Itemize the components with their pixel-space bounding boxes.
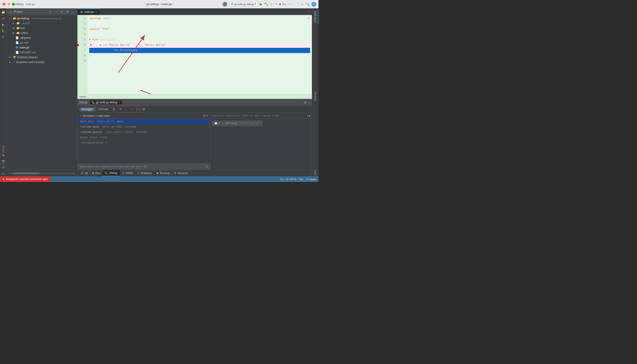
- goroutine-check-icon: ✓: [79, 114, 82, 118]
- stop-button[interactable]: ■: [279, 2, 281, 6]
- project-panel: ◎ Project ▾ ≡ ⊜ ⚙ − ▾ 📂 go-debug ~/WorkS…: [7, 8, 78, 176]
- footer-tab-todo[interactable]: ☑ TODO: [120, 170, 135, 176]
- external-label: External Libraries: [17, 56, 38, 59]
- scroll-track[interactable]: [9, 172, 76, 174]
- doc-chevron-icon: ▶: [13, 27, 16, 29]
- frames-list: main.main (main.go:7) main runtime.main …: [78, 119, 210, 164]
- panel-scroll-to-icon[interactable]: ⊜: [60, 10, 64, 14]
- root-path: ~/WorkSpaces/golang/go-de...: [31, 17, 64, 20]
- run-button[interactable]: ▶: [260, 2, 262, 6]
- footer-tab-problems[interactable]: ⚠ Problems: [135, 170, 154, 176]
- debug-tab-icon: 🐛: [105, 172, 108, 174]
- search-button[interactable]: 🔍: [305, 2, 310, 6]
- debug-body: ✓ Goroutine 1 main.main ☰ ▾ main.main (m…: [78, 113, 312, 170]
- debugger-tab[interactable]: Debugger: [79, 107, 95, 112]
- output-chevron-icon: ▶: [13, 32, 16, 34]
- sidebar-item-commit[interactable]: ⎇: [1, 16, 6, 21]
- tree-item-external[interactable]: ▶ 📦 External Libraries: [7, 55, 77, 60]
- goroutine-menu-icon[interactable]: ☰: [203, 114, 206, 118]
- sidebar-item-run[interactable]: ▶: [1, 22, 6, 27]
- editor-tabs: 🔷 main.go ✕ ⋮: [78, 8, 312, 15]
- status-indent[interactable]: Tab: [299, 178, 303, 181]
- breadcrumb: main(): [78, 94, 312, 99]
- frame-item-0[interactable]: main.main (main.go:7) main: [78, 119, 210, 124]
- panel-minimize-icon[interactable]: −: [71, 10, 76, 14]
- footer-tab-run[interactable]: ▶ Run: [90, 170, 103, 176]
- build-button[interactable]: ⚙ go build go-debug ▾: [229, 2, 258, 6]
- sidebar-item-camera[interactable]: 📷: [1, 158, 6, 164]
- debug-session-close-icon[interactable]: ✕: [118, 101, 120, 104]
- tab-maingo[interactable]: 🔷 main.go ✕: [78, 8, 100, 15]
- panel-chevron-down-icon[interactable]: ▾: [48, 10, 53, 14]
- frame-1-type: runtime: [123, 126, 136, 128]
- footer-tab-services[interactable]: ⚙ Services: [172, 170, 190, 176]
- undo-icon[interactable]: ↩: [301, 2, 304, 6]
- frame-item-2[interactable]: runtime.goexit (asm_amd64.s:1571) runtim…: [78, 130, 210, 135]
- debug-session-tab[interactable]: 🐛 go build go-debug ✕: [90, 100, 122, 104]
- watch-expand-icon[interactable]: ▾: [308, 114, 310, 118]
- tree-item-vscode[interactable]: ▶ 📁 .vscode: [7, 21, 77, 26]
- watch-placeholder[interactable]: Evaluate expression (⌥F8) or add a watch…: [212, 114, 305, 117]
- user-avatar[interactable]: 👤: [222, 2, 227, 7]
- step-out-btn[interactable]: ↑: [129, 106, 134, 112]
- sidebar-item-project[interactable]: 📁: [1, 10, 6, 15]
- breakpoint-message: ● Breakpoint reached (moments ago): [0, 176, 50, 182]
- sidebar-item-settings[interactable]: ⚙: [1, 165, 6, 170]
- sidebar-item-bookmarks[interactable]: 🔖: [1, 152, 6, 158]
- list-view-icon[interactable]: ☰: [111, 106, 117, 112]
- tab-close-icon[interactable]: ✕: [95, 11, 97, 13]
- panel-settings-icon[interactable]: ⚙: [65, 10, 70, 14]
- panel-header: ◎ Project ▾ ≡ ⊜ ⚙ −: [7, 8, 77, 15]
- notifications-panel[interactable]: Notifications: [312, 10, 318, 24]
- tree-item-gomod[interactable]: 📄 go.mod: [7, 40, 77, 45]
- debug-minimize-icon[interactable]: −: [308, 100, 310, 104]
- status-position[interactable]: 7:1: [280, 178, 283, 181]
- build-tool-icon[interactable]: 🔨: [264, 2, 268, 6]
- database-panel[interactable]: Database: [312, 90, 318, 102]
- tree-item-output[interactable]: ▶ 📁 output: [7, 30, 77, 36]
- step-over-icon[interactable]: ↷: [275, 2, 277, 6]
- tree-root[interactable]: ▾ 📂 go-debug ~/WorkSpaces/golang/go-de..…: [7, 16, 77, 21]
- run-to-cursor-btn[interactable]: ↳: [135, 106, 140, 112]
- gitignore-label: .gitignore: [20, 36, 31, 39]
- editor-tab-menu[interactable]: ⋮: [307, 10, 310, 14]
- ln-2: 2: [78, 21, 85, 26]
- panel-collapse-all-icon[interactable]: ≡: [54, 10, 58, 14]
- console-tab[interactable]: Console: [96, 107, 110, 112]
- todo-tab-icon: ☑: [122, 172, 124, 174]
- minimize-button[interactable]: [7, 3, 10, 6]
- switch-frames-close-icon[interactable]: ✕: [206, 165, 208, 168]
- step-over-btn[interactable]: ↷: [118, 106, 123, 112]
- sidebar-item-debug[interactable]: 🐛: [1, 28, 6, 34]
- step-into-btn[interactable]: ↓: [124, 106, 129, 112]
- sidebar-item-pause[interactable]: ⏸: [1, 34, 6, 40]
- goroutine-chevron-icon[interactable]: ▾: [207, 114, 208, 117]
- history-icon[interactable]: 🕐: [295, 2, 299, 6]
- sidebar-item-more[interactable]: >>: [1, 171, 6, 176]
- problems-tab-label: Problems: [141, 172, 152, 175]
- footer-tab-terminal[interactable]: ▶ Terminal: [154, 170, 172, 176]
- panel-scope-icon[interactable]: ◎: [9, 10, 13, 14]
- sidebar-item-structure[interactable]: Structure: [0, 146, 7, 152]
- tree-item-doc[interactable]: ▶ 📁 doc: [7, 26, 77, 30]
- left-sidebar-icons: 📁 ⎇ ▶ 🐛 ⏸ Structure 🔖 📷 ⚙ >>: [0, 8, 7, 176]
- make-panel[interactable]: make: [312, 168, 318, 176]
- notification-badge[interactable]: !: [311, 2, 316, 7]
- threads-btn[interactable]: ⊞: [141, 106, 147, 112]
- frame-item-1[interactable]: runtime.main (proc.go:250) runtime: [78, 124, 210, 130]
- tree-item-readme[interactable]: 📄 README.md: [7, 50, 77, 55]
- tree-item-maingo[interactable]: 🔷 main.go: [7, 45, 77, 50]
- status-branch[interactable]: ⎇ master: [305, 178, 317, 181]
- debug-settings-icon[interactable]: ⚙: [304, 100, 306, 104]
- footer-tab-git[interactable]: ⎇ Git: [78, 170, 90, 176]
- reload-icon[interactable]: ↻: [270, 2, 273, 6]
- code-line-1: package main: [89, 16, 310, 21]
- footer-tab-debug[interactable]: 🐛 Debug: [103, 170, 120, 176]
- vscode-label: .vscode: [21, 22, 30, 25]
- status-encoding[interactable]: LF UTF-8: [286, 178, 296, 181]
- tree-item-gitignore[interactable]: 📄 .gitignore: [7, 36, 77, 40]
- close-button[interactable]: [3, 3, 6, 6]
- code-content[interactable]: package main import "fmt" ▶ func main() …: [87, 15, 312, 94]
- tree-item-scratches[interactable]: ▶ ✏ Scratches and Consoles: [7, 60, 77, 64]
- watch-add-icon[interactable]: +: [307, 114, 308, 118]
